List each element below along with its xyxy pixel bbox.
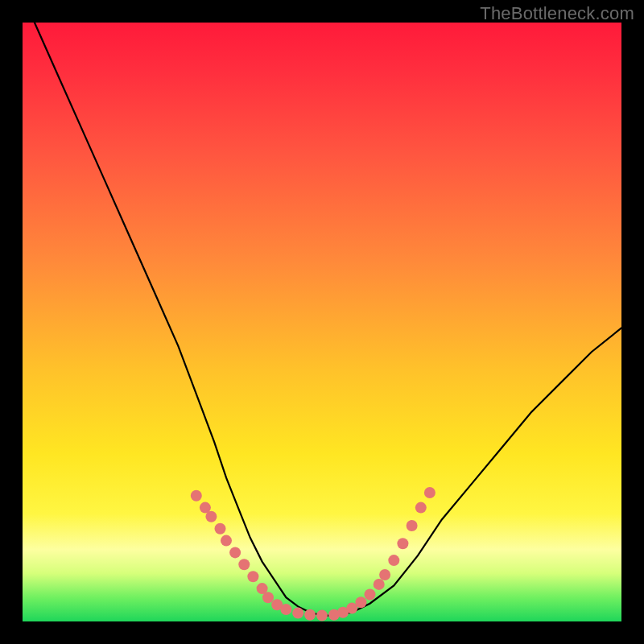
data-marker — [229, 547, 241, 558]
data-marker — [191, 490, 202, 502]
bottleneck-curve — [35, 23, 621, 616]
data-marker — [205, 511, 217, 522]
outer-frame: TheBottleneck.com — [0, 0, 644, 644]
chart-svg — [23, 23, 621, 621]
data-marker — [379, 569, 390, 580]
data-marker — [388, 555, 399, 566]
data-marker — [304, 609, 316, 621]
data-marker — [424, 487, 436, 498]
watermark-text: TheBottleneck.com — [480, 3, 634, 24]
data-marker — [415, 502, 427, 514]
data-marker — [316, 610, 328, 621]
data-marker — [221, 535, 232, 547]
data-marker — [262, 592, 274, 603]
data-marker — [374, 579, 385, 590]
data-marker — [247, 571, 258, 582]
data-marker — [292, 608, 303, 619]
marker-group — [191, 487, 436, 621]
data-marker — [365, 589, 376, 601]
data-marker — [215, 523, 226, 535]
data-marker — [355, 597, 366, 608]
data-marker — [238, 559, 250, 570]
plot-area — [23, 23, 621, 621]
data-marker — [407, 520, 418, 531]
data-marker — [280, 604, 291, 615]
data-marker — [397, 538, 408, 549]
